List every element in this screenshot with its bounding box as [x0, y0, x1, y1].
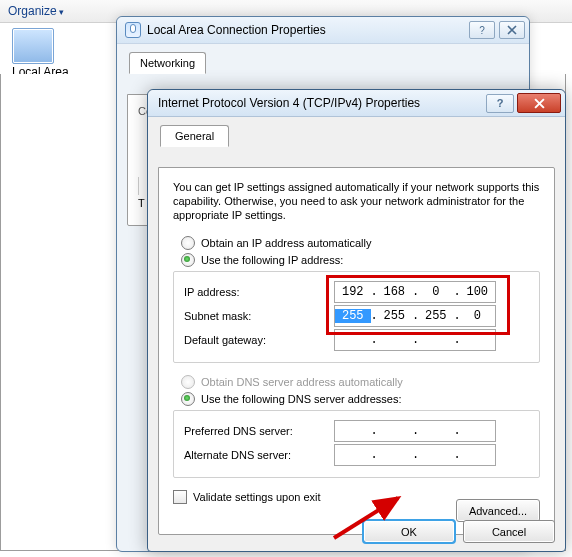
radio-auto-dns-label: Obtain DNS server address automatically: [201, 376, 403, 388]
tab-networking[interactable]: Networking: [129, 52, 206, 74]
dns-settings-group: Preferred DNS server: . . . Alternate DN…: [173, 410, 540, 478]
ipv4-titlebar[interactable]: Internet Protocol Version 4 (TCP/IPv4) P…: [148, 90, 565, 117]
input-preferred-dns[interactable]: . . .: [334, 420, 496, 442]
lac-title: Local Area Connection Properties: [147, 23, 326, 37]
lac-help-button[interactable]: ?: [469, 21, 495, 39]
radio-use-ip[interactable]: Use the following IP address:: [181, 253, 540, 267]
ipv4-close-button[interactable]: [517, 93, 561, 113]
label-subnet-mask: Subnet mask:: [184, 310, 334, 322]
radio-auto-dns: Obtain DNS server address automatically: [181, 375, 540, 389]
close-icon: [534, 98, 545, 109]
lac-title-icon: [125, 22, 141, 38]
ipv4-properties-dialog: Internet Protocol Version 4 (TCP/IPv4) P…: [147, 89, 566, 552]
input-ip-address[interactable]: 192. 168. 0. 100: [334, 281, 496, 303]
tab-general[interactable]: General: [160, 125, 229, 147]
cancel-button[interactable]: Cancel: [463, 520, 555, 543]
input-subnet-mask[interactable]: 255. 255. 255. 0: [334, 305, 496, 327]
radio-use-ip-label: Use the following IP address:: [201, 254, 343, 266]
lac-close-button[interactable]: [499, 21, 525, 39]
ipv4-help-button[interactable]: ?: [486, 94, 514, 113]
advanced-button[interactable]: Advanced...: [456, 499, 540, 522]
checkbox-validate-label: Validate settings upon exit: [193, 491, 321, 503]
ipv4-intro-text: You can get IP settings assigned automat…: [173, 180, 540, 222]
input-default-gateway[interactable]: . . .: [334, 329, 496, 351]
ipv4-tab-panel: You can get IP settings assigned automat…: [158, 167, 555, 535]
lac-titlebar[interactable]: Local Area Connection Properties ?: [117, 17, 529, 44]
close-icon: [507, 25, 517, 35]
ipv4-title: Internet Protocol Version 4 (TCP/IPv4) P…: [158, 96, 420, 110]
label-preferred-dns: Preferred DNS server:: [184, 425, 334, 437]
checkbox-box: [173, 490, 187, 504]
radio-use-dns-label: Use the following DNS server addresses:: [201, 393, 402, 405]
label-ip-address: IP address:: [184, 286, 334, 298]
ok-button[interactable]: OK: [363, 520, 455, 543]
organize-menu[interactable]: Organize: [8, 4, 64, 18]
ip-settings-group: IP address: 192. 168. 0. 100 Subnet mask…: [173, 271, 540, 363]
label-alternate-dns: Alternate DNS server:: [184, 449, 334, 461]
label-default-gateway: Default gateway:: [184, 334, 334, 346]
radio-auto-ip-label: Obtain an IP address automatically: [201, 237, 371, 249]
network-adapter-icon: [12, 28, 54, 64]
radio-use-dns[interactable]: Use the following DNS server addresses:: [181, 392, 540, 406]
radio-auto-ip[interactable]: Obtain an IP address automatically: [181, 236, 540, 250]
input-alternate-dns[interactable]: . . .: [334, 444, 496, 466]
